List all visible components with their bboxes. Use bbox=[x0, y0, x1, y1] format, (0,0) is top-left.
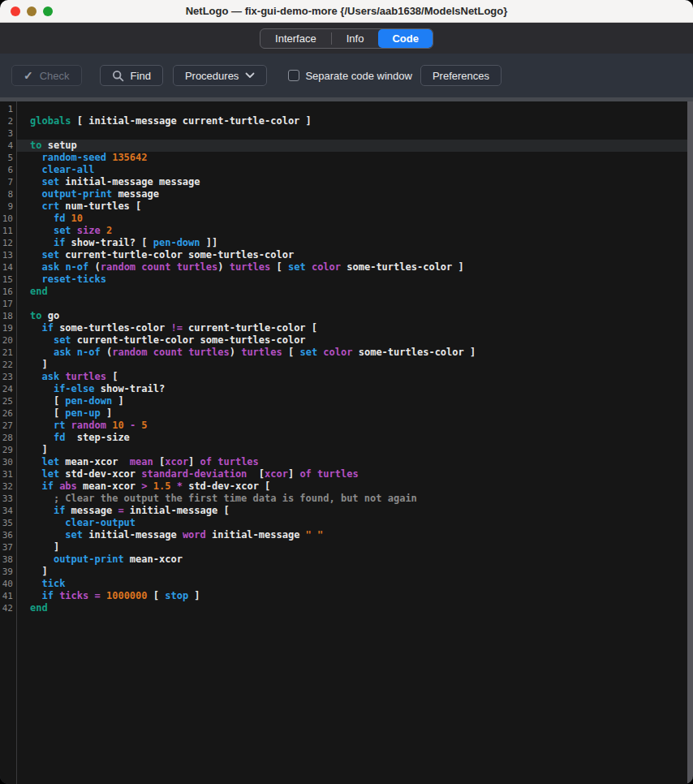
code-line[interactable]: fd 10 bbox=[17, 213, 693, 225]
code-token: std-dev-xcor bbox=[59, 468, 141, 480]
code-line[interactable]: set initial-message word initial-message… bbox=[17, 529, 693, 541]
preferences-button[interactable]: Preferences bbox=[420, 65, 501, 86]
code-token: output-print bbox=[41, 188, 112, 200]
line-number: 3 bbox=[0, 127, 16, 140]
line-number: 42 bbox=[0, 602, 16, 614]
code-token bbox=[30, 493, 54, 504]
code-line[interactable]: reset-ticks bbox=[17, 274, 693, 286]
code-token: turtles bbox=[188, 347, 230, 358]
code-line[interactable] bbox=[17, 298, 693, 310]
code-line[interactable]: if abs mean-xcor > 1.5 * std-dev-xcor [ bbox=[17, 480, 693, 493]
code-line[interactable]: ] bbox=[17, 566, 693, 578]
check-button[interactable]: ✓ Check bbox=[11, 65, 82, 86]
find-button[interactable]: Find bbox=[100, 65, 163, 86]
code-line[interactable]: clear-output bbox=[17, 517, 693, 529]
code-token bbox=[71, 347, 77, 358]
code-line[interactable]: random-seed 135642 bbox=[17, 152, 693, 164]
code-token: if bbox=[41, 480, 53, 492]
code-line[interactable]: to go bbox=[17, 310, 693, 322]
code-token: [ bbox=[247, 468, 265, 480]
code-token: std-dev-xcor [ bbox=[183, 480, 270, 492]
tab-interface[interactable]: Interface bbox=[260, 29, 331, 48]
code-token: ] bbox=[288, 468, 299, 480]
code-line[interactable]: rt random 10 - 5 bbox=[17, 420, 693, 432]
code-token bbox=[30, 468, 41, 480]
code-token: ) bbox=[217, 261, 229, 273]
minimize-button[interactable] bbox=[27, 6, 37, 16]
line-number: 40 bbox=[0, 578, 16, 590]
code-token: " " bbox=[306, 529, 324, 541]
code-token: turtles bbox=[241, 347, 282, 358]
code-line[interactable]: ask n-of (random count turtles) turtles … bbox=[17, 347, 693, 359]
code-token: some-turtles-color ] bbox=[352, 347, 476, 358]
code-line[interactable]: clear-all bbox=[17, 164, 693, 176]
code-line[interactable] bbox=[17, 127, 693, 140]
code-token: [ initial-message current-turtle-color ] bbox=[71, 115, 312, 127]
code-token: set bbox=[54, 225, 71, 236]
code-token: set bbox=[41, 249, 59, 261]
code-token: 5 bbox=[141, 420, 147, 431]
code-token: [ bbox=[153, 456, 165, 467]
code-line[interactable]: [ pen-up ] bbox=[17, 407, 693, 420]
code-line[interactable]: fd step-size bbox=[17, 432, 693, 444]
code-line[interactable]: ] bbox=[17, 444, 693, 456]
code-token: turtles bbox=[230, 261, 271, 273]
vertical-scrollbar[interactable] bbox=[687, 101, 693, 784]
code-line[interactable]: ask n-of (random count turtles) turtles … bbox=[17, 261, 693, 274]
code-token: count bbox=[141, 261, 170, 273]
code-token: if bbox=[41, 322, 53, 334]
code-token: ask bbox=[41, 371, 59, 382]
code-token: random bbox=[101, 261, 136, 273]
code-line[interactable]: end bbox=[17, 286, 693, 298]
line-number: 18 bbox=[0, 310, 16, 322]
line-number: 31 bbox=[0, 468, 16, 480]
tab-code[interactable]: Code bbox=[378, 29, 433, 48]
code-token: go bbox=[41, 310, 59, 321]
code-token: ] bbox=[112, 395, 123, 407]
code-line[interactable]: [ pen-down ] bbox=[17, 395, 693, 407]
code-token: ticks bbox=[59, 590, 88, 601]
code-line[interactable]: if message = initial-message [ bbox=[17, 505, 693, 517]
code-line[interactable]: ask turtles [ bbox=[17, 371, 693, 383]
code-token: clear-output bbox=[65, 517, 136, 528]
zoom-button[interactable] bbox=[43, 6, 53, 16]
code-line[interactable]: set size 2 bbox=[17, 225, 693, 237]
code-line[interactable]: crt num-turtles [ bbox=[17, 200, 693, 213]
code-line[interactable]: if show-trail? [ pen-down ]] bbox=[17, 237, 693, 249]
code-lines[interactable]: globals [ initial-message current-turtle… bbox=[17, 101, 693, 784]
code-line[interactable]: output-print mean-xcor bbox=[17, 554, 693, 566]
code-token: mean bbox=[130, 456, 153, 467]
code-line[interactable]: ; Clear the output the first time data i… bbox=[17, 493, 693, 505]
code-line[interactable]: ] bbox=[17, 359, 693, 371]
code-line[interactable]: to setup bbox=[17, 140, 693, 152]
code-line[interactable]: if-else show-trail? bbox=[17, 383, 693, 395]
code-token bbox=[148, 480, 153, 492]
code-line[interactable]: set initial-message message bbox=[17, 176, 693, 188]
procedures-dropdown[interactable]: Procedures bbox=[173, 65, 267, 86]
code-line[interactable]: globals [ initial-message current-turtle… bbox=[17, 115, 693, 127]
code-token: to bbox=[30, 310, 41, 321]
code-line[interactable]: output-print message bbox=[17, 188, 693, 200]
line-number: 27 bbox=[0, 420, 16, 432]
code-line[interactable]: set current-turtle-color some-turtles-co… bbox=[17, 249, 693, 261]
tab-info[interactable]: Info bbox=[332, 29, 379, 48]
close-button[interactable] bbox=[11, 6, 20, 16]
code-line[interactable]: set current-turtle-color some-turtles-co… bbox=[17, 334, 693, 347]
code-token: n-of bbox=[77, 347, 101, 358]
code-token: set bbox=[41, 176, 59, 187]
code-line[interactable]: let mean-xcor mean [xcor] of turtles bbox=[17, 456, 693, 468]
code-token: > bbox=[141, 480, 147, 492]
code-line[interactable]: ] bbox=[17, 541, 693, 554]
code-line[interactable]: let std-dev-xcor standard-deviation [xco… bbox=[17, 468, 693, 480]
code-line[interactable]: if some-turtles-color != current-turtle-… bbox=[17, 322, 693, 334]
code-token: rt bbox=[54, 420, 65, 431]
code-line[interactable] bbox=[17, 103, 693, 115]
line-number: 25 bbox=[0, 395, 16, 407]
code-line[interactable]: tick bbox=[17, 578, 693, 590]
separate-code-window-checkbox[interactable] bbox=[288, 70, 299, 81]
window-title: NetLogo — fix-gui-demo-more {/Users/aab1… bbox=[186, 5, 508, 17]
line-number: 7 bbox=[0, 176, 16, 188]
code-line[interactable]: if ticks = 1000000 [ stop ] bbox=[17, 590, 693, 602]
code-line[interactable]: end bbox=[17, 602, 693, 614]
code-token: if bbox=[41, 590, 53, 601]
